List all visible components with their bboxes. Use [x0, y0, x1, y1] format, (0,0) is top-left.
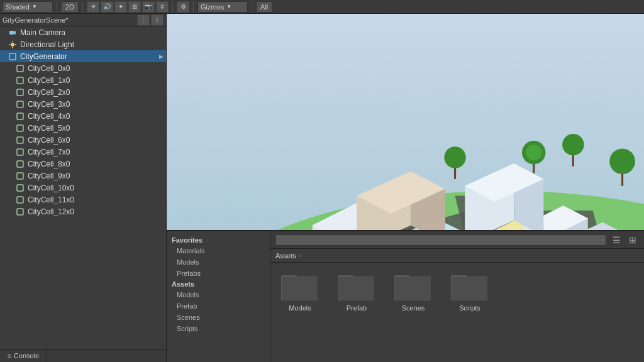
hierarchy-item-citycell_7x0[interactable]: CityCell_7x0	[0, 146, 166, 158]
project-layout-icon[interactable]: ⊞	[626, 234, 639, 246]
hierarchy-bottom-tabs: ≡ Console	[0, 349, 166, 362]
item-label-2: CityGenerator	[20, 52, 67, 61]
settings-btn[interactable]: ⚙	[177, 1, 189, 13]
folder-item-prefab[interactable]: Prefab	[335, 270, 379, 312]
folder-label-scripts: Scripts	[459, 304, 480, 312]
svg-point-80	[444, 146, 465, 168]
shading-dropdown-arrow: ▼	[32, 4, 37, 9]
project-section-favorites: Favorites	[167, 235, 270, 245]
svg-rect-12	[17, 113, 23, 119]
item-icon-4	[15, 75, 25, 85]
folder-icon-prefab	[338, 270, 375, 302]
hierarchy-item-citycell_5x0[interactable]: CityCell_5x0	[0, 122, 166, 134]
console-tab-label: Console	[14, 352, 39, 359]
hierarchy-item-citycell_8x0[interactable]: CityCell_8x0	[0, 158, 166, 170]
item-label-8: CityCell_5x0	[28, 124, 70, 133]
item-icon-3	[15, 63, 25, 74]
hierarchy-item-citycell_2x0[interactable]: CityCell_2x0	[0, 86, 166, 98]
svg-rect-105	[282, 277, 318, 300]
shading-mode-dropdown[interactable]: Shaded ▼	[3, 1, 53, 13]
hierarchy-item-citycell_0x0[interactable]: CityCell_0x0	[0, 62, 166, 74]
svg-rect-8	[17, 65, 23, 72]
light-toggle-btn[interactable]: ☀	[87, 1, 99, 13]
fx-toggle-btn[interactable]: ✦	[114, 1, 127, 13]
svg-rect-9	[17, 77, 23, 84]
item-icon-13	[15, 183, 25, 193]
hierarchy-item-citycell_10x0[interactable]: CityCell_10x0	[0, 182, 166, 194]
svg-rect-7	[9, 53, 16, 60]
project-filter-icon[interactable]: ☰	[610, 234, 623, 246]
item-icon-11	[15, 159, 25, 169]
top-toolbar: Shaded ▼ 2D ☀ 🔊 ✦ ⊞ 📷 # ⚙ Gizmos ▼ All	[0, 0, 644, 14]
gizmos-dropdown[interactable]: Gizmos ▼	[197, 1, 248, 13]
2d-toggle-btn[interactable]: 2D	[61, 1, 79, 13]
svg-rect-10	[17, 89, 23, 96]
svg-rect-19	[17, 197, 23, 203]
tab-console[interactable]: ≡ Console	[0, 349, 47, 362]
item-label-13: CityCell_10x0	[28, 184, 74, 192]
item-label-5: CityCell_2x0	[28, 88, 70, 97]
svg-point-85	[609, 148, 635, 174]
hierarchy-item-citycell_4x0[interactable]: CityCell_4x0	[0, 110, 166, 122]
item-label-9: CityCell_6x0	[28, 136, 70, 145]
item-icon-2	[8, 52, 18, 62]
svg-rect-17	[17, 173, 23, 179]
project-sidebar-item-scripts[interactable]: Scripts	[167, 323, 270, 334]
hierarchy-item-citycell_11x0[interactable]: CityCell_11x0	[0, 194, 166, 206]
sep-1	[57, 2, 57, 12]
hierarchy-item-citycell_3x0[interactable]: CityCell_3x0	[0, 98, 166, 110]
hierarchy-item-citygenerator[interactable]: CityGenerator▶	[0, 50, 166, 62]
item-label-3: CityCell_0x0	[28, 64, 70, 73]
scene-view[interactable]: Top FavoritesMaterialsModelsPrefabsAsset…	[167, 14, 644, 362]
item-icon-6	[15, 99, 25, 109]
hierarchy-item-citycell_1x0[interactable]: CityCell_1x0	[0, 74, 166, 86]
gizmos-arrow: ▼	[226, 4, 231, 9]
hierarchy-panel: GityGeneratorScene* ⋮ ↕ Main CameraDirec…	[0, 14, 167, 362]
project-sidebar-item-models[interactable]: Models	[167, 289, 270, 300]
project-sidebar-item-models[interactable]: Models	[167, 256, 270, 268]
camera-toggle-btn[interactable]: 📷	[142, 1, 155, 13]
svg-rect-0	[9, 31, 14, 35]
hierarchy-item-citycell_6x0[interactable]: CityCell_6x0	[0, 134, 166, 146]
console-tab-icon: ≡	[8, 353, 11, 359]
item-label-15: CityCell_12x0	[28, 207, 74, 216]
hierarchy-scroll-btn[interactable]: ↕	[151, 14, 164, 26]
project-sidebar-item-prefabs[interactable]: Prefabs	[167, 268, 270, 279]
project-sidebar-item-prefab[interactable]: Prefab	[167, 300, 270, 312]
audio-toggle-btn[interactable]: 🔊	[101, 1, 113, 13]
stats-toggle-btn[interactable]: #	[156, 1, 169, 13]
project-search-input[interactable]	[275, 234, 606, 246]
folder-item-scenes[interactable]: Scenes	[391, 270, 435, 312]
hierarchy-item-main-camera[interactable]: Main Camera	[0, 26, 166, 38]
svg-rect-111	[395, 277, 431, 300]
bottom-section: FavoritesMaterialsModelsPrefabsAssetsMod…	[167, 230, 644, 362]
item-label-11: CityCell_8x0	[28, 160, 70, 168]
svg-rect-18	[17, 185, 23, 191]
breadcrumb-assets[interactable]: Assets	[275, 252, 296, 260]
hierarchy-header-icons: ⋮ ↕	[137, 14, 164, 26]
folder-icon-models	[281, 270, 319, 302]
sep-2	[82, 2, 83, 12]
project-section-assets: Assets	[167, 279, 270, 289]
item-label-1: Directional Light	[20, 40, 74, 49]
item-icon-10	[15, 147, 25, 157]
all-btn[interactable]: All	[256, 1, 272, 13]
item-icon-14	[15, 195, 25, 205]
svg-rect-14	[17, 137, 23, 143]
grid-toggle-btn[interactable]: ⊞	[128, 1, 141, 13]
svg-rect-11	[17, 101, 23, 107]
hierarchy-item-citycell_9x0[interactable]: CityCell_9x0	[0, 170, 166, 182]
item-label-7: CityCell_4x0	[28, 112, 70, 121]
project-sidebar-item-scenes[interactable]: Scenes	[167, 312, 270, 323]
hierarchy-item-citycell_12x0[interactable]: CityCell_12x0	[0, 206, 166, 217]
folder-item-models[interactable]: Models	[278, 270, 322, 312]
folder-item-scripts[interactable]: Scripts	[448, 270, 492, 312]
hierarchy-options-btn[interactable]: ⋮	[137, 14, 150, 26]
project-sidebar-item-materials[interactable]: Materials	[167, 245, 270, 256]
item-icon-12	[15, 171, 25, 181]
svg-point-87	[562, 134, 584, 155]
gizmos-label: Gizmos	[201, 3, 224, 11]
item-icon-8	[15, 123, 25, 133]
hierarchy-item-directional-light[interactable]: Directional Light	[0, 38, 166, 50]
item-label-0: Main Camera	[20, 28, 65, 37]
